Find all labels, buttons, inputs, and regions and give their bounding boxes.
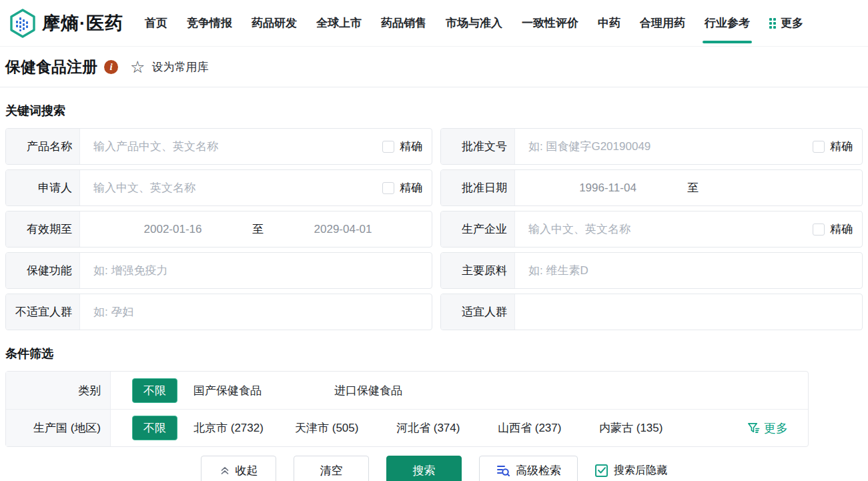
main-ingredient-input[interactable] xyxy=(523,264,853,278)
filter-option-imported[interactable]: 进口保健食品 xyxy=(334,383,475,398)
nav-item-rational-use[interactable]: 合理用药 xyxy=(640,0,685,46)
field-label: 申请人 xyxy=(6,170,80,205)
collapse-button[interactable]: 收起 xyxy=(201,456,276,481)
exact-match-toggle[interactable]: 精确 xyxy=(813,139,853,154)
more-regions-link[interactable]: 更多 xyxy=(747,420,788,436)
search-button[interactable]: 搜索 xyxy=(386,456,462,481)
field-label: 产品名称 xyxy=(6,129,80,164)
collapse-label: 收起 xyxy=(236,463,258,478)
field-health-function: 保健功能 xyxy=(5,252,432,289)
field-label: 不适宜人群 xyxy=(6,294,80,330)
applicant-input[interactable] xyxy=(88,181,382,195)
manufacturer-input[interactable] xyxy=(523,223,813,236)
field-label: 批准文号 xyxy=(441,129,515,164)
nav-item-consistency-eval[interactable]: 一致性评价 xyxy=(522,0,578,46)
keyword-fields-grid: 产品名称 精确 批准文号 精确 申请人 xyxy=(5,128,863,330)
valid-until-end-input[interactable] xyxy=(280,222,406,237)
hide-after-search-toggle[interactable]: 搜索后隐藏 xyxy=(595,464,667,478)
field-product-name: 产品名称 精确 xyxy=(5,128,432,165)
field-manufacturer: 生产企业 精确 xyxy=(440,211,863,248)
date-to-label: 至 xyxy=(252,221,264,237)
filter-row-production-region: 生产国 (地区) 不限 北京市 (2732) 天津市 (505) 河北省 (37… xyxy=(6,409,808,446)
nav-item-drug-rnd[interactable]: 药品研发 xyxy=(252,0,297,46)
title-bar: 保健食品注册 i ☆ 设为常用库 xyxy=(0,47,868,87)
action-bar: 收起 清空 搜索 高级检索 搜索后隐藏 xyxy=(5,456,863,481)
filter-option-domestic[interactable]: 国产保健食品 xyxy=(193,383,334,398)
filter-row-label: 类别 xyxy=(6,372,111,409)
field-applicant: 申请人 精确 xyxy=(5,169,432,206)
filter-option-shanxi[interactable]: 山西省 (237) xyxy=(498,420,599,436)
set-favorite-label[interactable]: 设为常用库 xyxy=(151,59,208,75)
approval-date-start-input[interactable] xyxy=(544,181,671,195)
exact-match-toggle[interactable]: 精确 xyxy=(382,139,422,154)
field-approval-date: 批准日期 至 xyxy=(440,169,863,206)
field-valid-until: 有效期至 至 xyxy=(5,211,432,248)
nav-item-more[interactable]: 更多 xyxy=(769,0,803,46)
field-unsuitable-group: 不适宜人群 xyxy=(5,294,432,330)
logo[interactable]: 摩熵·医药 xyxy=(9,9,123,38)
nav-more-label: 更多 xyxy=(781,15,803,31)
field-approval-number: 批准文号 精确 xyxy=(440,128,863,165)
clear-button[interactable]: 清空 xyxy=(294,456,369,481)
exact-match-toggle[interactable]: 精确 xyxy=(382,180,422,195)
filter-option-unlimited[interactable]: 不限 xyxy=(132,378,177,403)
filter-option-neimenggu[interactable]: 内蒙古 (135) xyxy=(599,420,701,436)
filter-option-hebei[interactable]: 河北省 (374) xyxy=(396,420,498,436)
approval-date-end-input[interactable] xyxy=(715,181,841,195)
filter-option-beijing[interactable]: 北京市 (2732) xyxy=(193,420,295,436)
checkbox-icon[interactable] xyxy=(382,141,394,153)
logo-text: 摩熵·医药 xyxy=(42,11,123,35)
nav-item-global-listing[interactable]: 全球上市 xyxy=(316,0,362,46)
top-nav: 摩熵·医药 首页 竞争情报 药品研发 全球上市 药品销售 市场与准入 一致性评价… xyxy=(0,0,868,47)
health-function-input[interactable] xyxy=(88,264,422,278)
condition-filter-section-title: 条件筛选 xyxy=(5,346,863,362)
approval-number-input[interactable] xyxy=(523,140,813,153)
nav-item-competitive-intel[interactable]: 竞争情报 xyxy=(187,0,232,46)
field-suitable-group: 适宜人群 xyxy=(440,294,863,330)
filter-option-unlimited[interactable]: 不限 xyxy=(132,416,177,440)
checkbox-icon[interactable] xyxy=(813,223,825,235)
funnel-filter-icon xyxy=(747,421,761,435)
nav-menu: 首页 竞争情报 药品研发 全球上市 药品销售 市场与准入 一致性评价 中药 合理… xyxy=(145,0,803,46)
nav-item-tcm[interactable]: 中药 xyxy=(598,0,620,46)
exact-label: 精确 xyxy=(830,139,853,154)
double-chevron-up-icon xyxy=(220,465,230,476)
exact-label: 精确 xyxy=(400,139,422,154)
exact-label: 精确 xyxy=(400,180,422,195)
filter-row-label: 生产国 (地区) xyxy=(6,410,111,446)
filter-option-tianjin[interactable]: 天津市 (505) xyxy=(295,420,396,436)
checkbox-icon[interactable] xyxy=(813,141,825,153)
filter-box: 类别 不限 国产保健食品 进口保健食品 生产国 (地区) 不限 北京市 (273… xyxy=(5,371,809,447)
exact-match-toggle[interactable]: 精确 xyxy=(813,221,853,237)
field-label: 保健功能 xyxy=(6,253,80,288)
star-icon[interactable]: ☆ xyxy=(130,59,145,75)
nav-item-drug-sales[interactable]: 药品销售 xyxy=(381,0,426,46)
checkbox-icon[interactable] xyxy=(382,182,394,194)
advanced-search-icon xyxy=(496,463,510,478)
page-title: 保健食品注册 xyxy=(5,57,97,77)
valid-until-start-input[interactable] xyxy=(109,222,236,237)
more-regions-label: 更多 xyxy=(764,420,788,436)
product-name-input[interactable] xyxy=(88,140,382,153)
checkbox-checked-icon[interactable] xyxy=(595,464,608,477)
logo-hexagon-icon xyxy=(9,9,36,38)
date-to-label: 至 xyxy=(687,180,699,195)
field-label: 主要原料 xyxy=(441,253,515,288)
info-icon[interactable]: i xyxy=(104,60,118,74)
hide-after-search-label: 搜索后隐藏 xyxy=(614,464,667,478)
field-label: 生产企业 xyxy=(441,211,515,247)
field-label: 有效期至 xyxy=(6,211,80,247)
clear-label: 清空 xyxy=(320,463,343,478)
suitable-group-input[interactable] xyxy=(523,306,853,319)
nav-item-industry-reference[interactable]: 行业参考 xyxy=(705,0,750,46)
keyword-search-section-title: 关键词搜索 xyxy=(5,103,863,119)
unsuitable-group-input[interactable] xyxy=(88,306,422,319)
advanced-search-button[interactable]: 高级检索 xyxy=(479,456,578,481)
nav-item-market-access[interactable]: 市场与准入 xyxy=(446,0,502,46)
filter-row-category: 类别 不限 国产保健食品 进口保健食品 xyxy=(6,372,808,409)
field-main-ingredient: 主要原料 xyxy=(440,252,863,289)
nav-item-home[interactable]: 首页 xyxy=(145,0,167,46)
more-grid-icon xyxy=(769,18,776,29)
search-panel: 关键词搜索 产品名称 精确 批准文号 精确 xyxy=(0,103,868,481)
field-label: 批准日期 xyxy=(441,170,515,205)
